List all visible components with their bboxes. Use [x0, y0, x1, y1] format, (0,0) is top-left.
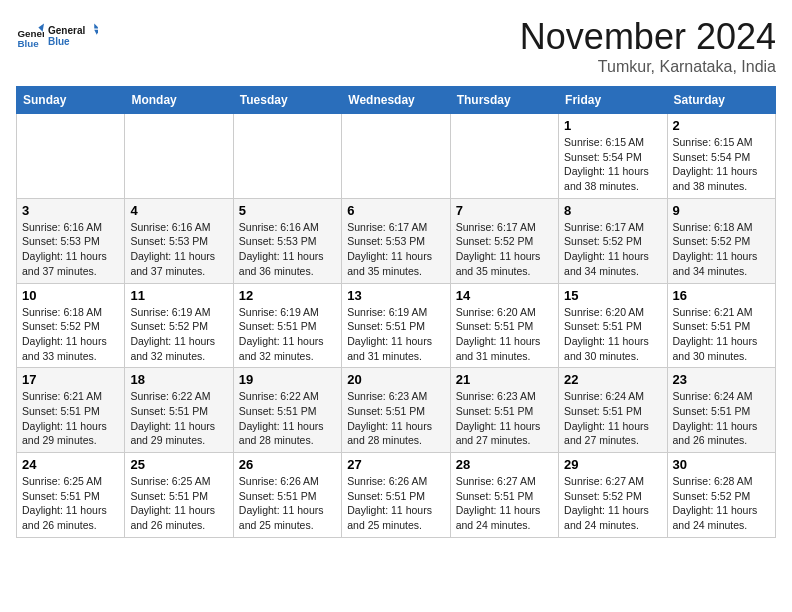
day-cell: 25Sunrise: 6:25 AM Sunset: 5:51 PM Dayli…	[125, 453, 233, 538]
day-number: 9	[673, 203, 770, 218]
day-cell: 22Sunrise: 6:24 AM Sunset: 5:51 PM Dayli…	[559, 368, 667, 453]
svg-text:Blue: Blue	[48, 36, 70, 47]
day-cell: 30Sunrise: 6:28 AM Sunset: 5:52 PM Dayli…	[667, 453, 775, 538]
day-cell	[17, 114, 125, 199]
day-details: Sunrise: 6:19 AM Sunset: 5:51 PM Dayligh…	[347, 305, 444, 364]
day-cell: 7Sunrise: 6:17 AM Sunset: 5:52 PM Daylig…	[450, 198, 558, 283]
day-cell: 8Sunrise: 6:17 AM Sunset: 5:52 PM Daylig…	[559, 198, 667, 283]
logo: General Blue General Blue	[16, 16, 98, 56]
day-cell: 11Sunrise: 6:19 AM Sunset: 5:52 PM Dayli…	[125, 283, 233, 368]
day-details: Sunrise: 6:16 AM Sunset: 5:53 PM Dayligh…	[130, 220, 227, 279]
svg-marker-5	[94, 24, 98, 29]
col-header-monday: Monday	[125, 87, 233, 114]
day-cell	[450, 114, 558, 199]
day-cell: 12Sunrise: 6:19 AM Sunset: 5:51 PM Dayli…	[233, 283, 341, 368]
day-details: Sunrise: 6:15 AM Sunset: 5:54 PM Dayligh…	[564, 135, 661, 194]
day-cell: 29Sunrise: 6:27 AM Sunset: 5:52 PM Dayli…	[559, 453, 667, 538]
day-number: 20	[347, 372, 444, 387]
day-cell: 16Sunrise: 6:21 AM Sunset: 5:51 PM Dayli…	[667, 283, 775, 368]
day-details: Sunrise: 6:22 AM Sunset: 5:51 PM Dayligh…	[130, 389, 227, 448]
day-number: 6	[347, 203, 444, 218]
day-details: Sunrise: 6:24 AM Sunset: 5:51 PM Dayligh…	[673, 389, 770, 448]
day-cell: 28Sunrise: 6:27 AM Sunset: 5:51 PM Dayli…	[450, 453, 558, 538]
day-details: Sunrise: 6:20 AM Sunset: 5:51 PM Dayligh…	[456, 305, 553, 364]
day-number: 1	[564, 118, 661, 133]
day-cell: 2Sunrise: 6:15 AM Sunset: 5:54 PM Daylig…	[667, 114, 775, 199]
day-number: 22	[564, 372, 661, 387]
day-number: 16	[673, 288, 770, 303]
day-details: Sunrise: 6:18 AM Sunset: 5:52 PM Dayligh…	[673, 220, 770, 279]
day-cell	[342, 114, 450, 199]
col-header-sunday: Sunday	[17, 87, 125, 114]
day-number: 2	[673, 118, 770, 133]
day-cell: 19Sunrise: 6:22 AM Sunset: 5:51 PM Dayli…	[233, 368, 341, 453]
col-header-tuesday: Tuesday	[233, 87, 341, 114]
day-details: Sunrise: 6:26 AM Sunset: 5:51 PM Dayligh…	[347, 474, 444, 533]
calendar-table: SundayMondayTuesdayWednesdayThursdayFrid…	[16, 86, 776, 538]
day-details: Sunrise: 6:21 AM Sunset: 5:51 PM Dayligh…	[673, 305, 770, 364]
svg-marker-6	[94, 30, 98, 35]
week-row-2: 3Sunrise: 6:16 AM Sunset: 5:53 PM Daylig…	[17, 198, 776, 283]
general-blue-logo-svg: General Blue	[48, 16, 98, 56]
day-cell: 26Sunrise: 6:26 AM Sunset: 5:51 PM Dayli…	[233, 453, 341, 538]
day-number: 5	[239, 203, 336, 218]
day-cell: 6Sunrise: 6:17 AM Sunset: 5:53 PM Daylig…	[342, 198, 450, 283]
location: Tumkur, Karnataka, India	[520, 58, 776, 76]
day-number: 18	[130, 372, 227, 387]
day-number: 27	[347, 457, 444, 472]
day-cell: 13Sunrise: 6:19 AM Sunset: 5:51 PM Dayli…	[342, 283, 450, 368]
day-number: 14	[456, 288, 553, 303]
col-header-saturday: Saturday	[667, 87, 775, 114]
day-number: 4	[130, 203, 227, 218]
col-header-friday: Friday	[559, 87, 667, 114]
day-details: Sunrise: 6:16 AM Sunset: 5:53 PM Dayligh…	[22, 220, 119, 279]
day-number: 15	[564, 288, 661, 303]
day-details: Sunrise: 6:26 AM Sunset: 5:51 PM Dayligh…	[239, 474, 336, 533]
day-details: Sunrise: 6:25 AM Sunset: 5:51 PM Dayligh…	[130, 474, 227, 533]
day-cell: 5Sunrise: 6:16 AM Sunset: 5:53 PM Daylig…	[233, 198, 341, 283]
day-cell: 10Sunrise: 6:18 AM Sunset: 5:52 PM Dayli…	[17, 283, 125, 368]
day-cell: 21Sunrise: 6:23 AM Sunset: 5:51 PM Dayli…	[450, 368, 558, 453]
day-cell: 23Sunrise: 6:24 AM Sunset: 5:51 PM Dayli…	[667, 368, 775, 453]
day-details: Sunrise: 6:25 AM Sunset: 5:51 PM Dayligh…	[22, 474, 119, 533]
day-number: 30	[673, 457, 770, 472]
week-row-5: 24Sunrise: 6:25 AM Sunset: 5:51 PM Dayli…	[17, 453, 776, 538]
day-cell: 20Sunrise: 6:23 AM Sunset: 5:51 PM Dayli…	[342, 368, 450, 453]
day-cell: 18Sunrise: 6:22 AM Sunset: 5:51 PM Dayli…	[125, 368, 233, 453]
day-details: Sunrise: 6:19 AM Sunset: 5:51 PM Dayligh…	[239, 305, 336, 364]
day-details: Sunrise: 6:22 AM Sunset: 5:51 PM Dayligh…	[239, 389, 336, 448]
day-details: Sunrise: 6:18 AM Sunset: 5:52 PM Dayligh…	[22, 305, 119, 364]
week-row-4: 17Sunrise: 6:21 AM Sunset: 5:51 PM Dayli…	[17, 368, 776, 453]
calendar-body: 1Sunrise: 6:15 AM Sunset: 5:54 PM Daylig…	[17, 114, 776, 538]
day-cell	[233, 114, 341, 199]
day-details: Sunrise: 6:21 AM Sunset: 5:51 PM Dayligh…	[22, 389, 119, 448]
day-cell: 1Sunrise: 6:15 AM Sunset: 5:54 PM Daylig…	[559, 114, 667, 199]
day-number: 28	[456, 457, 553, 472]
day-details: Sunrise: 6:27 AM Sunset: 5:51 PM Dayligh…	[456, 474, 553, 533]
day-details: Sunrise: 6:15 AM Sunset: 5:54 PM Dayligh…	[673, 135, 770, 194]
day-number: 24	[22, 457, 119, 472]
day-details: Sunrise: 6:16 AM Sunset: 5:53 PM Dayligh…	[239, 220, 336, 279]
svg-text:Blue: Blue	[17, 38, 39, 49]
header: General Blue General Blue November 2024 …	[16, 16, 776, 76]
week-row-1: 1Sunrise: 6:15 AM Sunset: 5:54 PM Daylig…	[17, 114, 776, 199]
day-number: 23	[673, 372, 770, 387]
month-title: November 2024	[520, 16, 776, 58]
day-number: 19	[239, 372, 336, 387]
day-details: Sunrise: 6:23 AM Sunset: 5:51 PM Dayligh…	[456, 389, 553, 448]
calendar-header-row: SundayMondayTuesdayWednesdayThursdayFrid…	[17, 87, 776, 114]
day-details: Sunrise: 6:19 AM Sunset: 5:52 PM Dayligh…	[130, 305, 227, 364]
day-details: Sunrise: 6:17 AM Sunset: 5:52 PM Dayligh…	[456, 220, 553, 279]
day-cell	[125, 114, 233, 199]
svg-text:General: General	[48, 25, 85, 36]
logo-icon: General Blue	[16, 22, 44, 50]
day-details: Sunrise: 6:20 AM Sunset: 5:51 PM Dayligh…	[564, 305, 661, 364]
day-number: 12	[239, 288, 336, 303]
day-details: Sunrise: 6:17 AM Sunset: 5:52 PM Dayligh…	[564, 220, 661, 279]
day-number: 11	[130, 288, 227, 303]
day-cell: 24Sunrise: 6:25 AM Sunset: 5:51 PM Dayli…	[17, 453, 125, 538]
col-header-thursday: Thursday	[450, 87, 558, 114]
day-number: 7	[456, 203, 553, 218]
day-cell: 3Sunrise: 6:16 AM Sunset: 5:53 PM Daylig…	[17, 198, 125, 283]
day-number: 13	[347, 288, 444, 303]
